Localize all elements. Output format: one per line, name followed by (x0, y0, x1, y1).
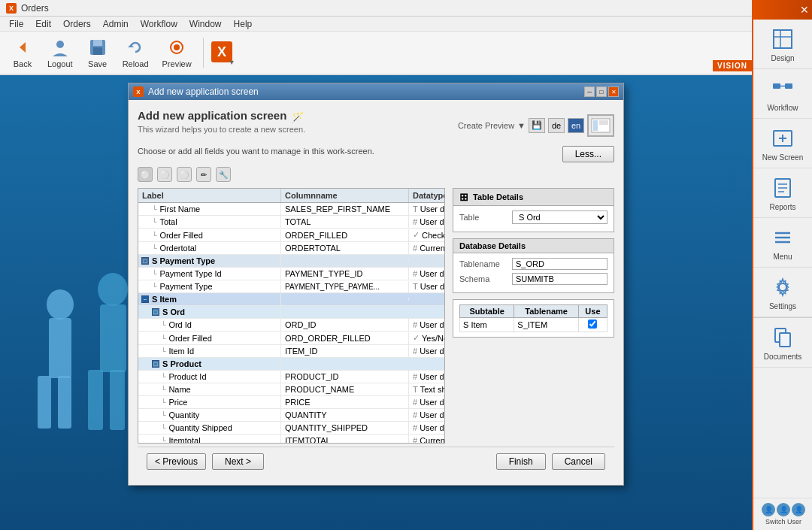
subsection-row-product: □ S Product (138, 358, 444, 371)
table-row: └Order Filled ORD_ORDER_FILLED ✓ Yes/No (138, 332, 444, 345)
dialog-maximize[interactable]: □ (596, 86, 607, 97)
dropdown-arrow-preview[interactable]: ▼ (517, 121, 526, 130)
sidebar-item-documents[interactable]: Documents (753, 318, 812, 368)
menu-help[interactable]: Help (228, 17, 259, 32)
row-col: SALES_REP_FIRST_NAME (281, 203, 409, 215)
sidebar-label-documents: Documents (764, 353, 802, 361)
row-dtype: # User defined (409, 422, 445, 434)
sidebar-item-settings[interactable]: Settings (753, 268, 812, 317)
sidebar-label-settings: Settings (769, 302, 796, 310)
less-button[interactable]: Less... (562, 146, 614, 162)
schema-row: Schema (459, 273, 607, 285)
row-col: ORD_ID (281, 319, 409, 331)
save-button[interactable]: Save (81, 33, 114, 72)
dropdown-arrow[interactable]: ▼ (229, 59, 235, 66)
row-indent-icon: └ (152, 205, 156, 213)
db-details-content: Tablename Schema (453, 253, 614, 292)
section-toggle[interactable]: □ (141, 257, 149, 265)
svg-rect-3 (93, 40, 102, 46)
subsection-label-ord[interactable]: □ S Ord (138, 306, 281, 318)
fields-table[interactable]: Label Columnname Datatype Name Mandat...… (138, 188, 445, 444)
subtable-grid: Subtable Tablename Use S Item S_ITEM (459, 304, 607, 332)
step2-btn[interactable]: ⚪ (157, 167, 172, 182)
switch-user-area[interactable]: 👤 👤 👤 Switch User (753, 498, 812, 530)
dialog-overlay: X Add new application screen ─ □ ✕ Add n… (0, 75, 752, 530)
menu-orders[interactable]: Orders (57, 17, 97, 32)
workflow-icon (769, 75, 796, 102)
dialog-footer: < Previous Next > Finish Cancel (138, 447, 614, 476)
previous-button[interactable]: < Previous (147, 453, 206, 470)
menu-window[interactable]: Window (183, 17, 228, 32)
tablename-input[interactable] (512, 258, 607, 270)
row-label: └Ord Id (138, 319, 281, 331)
table-select[interactable]: S Ord (512, 210, 607, 224)
subsection-toggle-product[interactable]: □ (152, 360, 159, 368)
reload-button[interactable]: Reload (117, 33, 154, 72)
subtable-cell-use[interactable] (578, 318, 607, 332)
user-switch[interactable]: 👤 👤 👤 Switch User (753, 498, 812, 530)
finish-button[interactable]: Finish (496, 453, 546, 470)
preview-thumbnail-btn[interactable] (587, 114, 614, 137)
back-button[interactable]: Back (6, 33, 39, 72)
table-row: └Order Filled ORDER_FILLED ✓ Checkbox Ed… (138, 229, 444, 242)
table-row: └Ordertotal ORDERTOTAL # Currency (138, 242, 444, 255)
cancel-button[interactable]: Cancel (552, 453, 605, 470)
sidebar-item-workflow[interactable]: Workflow (753, 69, 812, 119)
row-indent-icon: └ (161, 398, 165, 406)
sidebar-item-menu[interactable]: Menu (753, 218, 812, 268)
table-body: └First Name SALES_REP_FIRST_NAME T User … (138, 203, 444, 444)
svg-rect-4 (93, 47, 102, 55)
tool-btn[interactable]: 🔧 (216, 167, 231, 182)
row-dtype: ✓ Checkbox Editor (409, 229, 445, 241)
row-label: └Order Filled (138, 332, 281, 344)
save-icon (87, 37, 108, 58)
sidebar-item-new-screen[interactable]: New Screen (753, 119, 812, 168)
col-datatype: Datatype Name (409, 189, 445, 202)
table-row: └Price PRICE # User defined (138, 396, 444, 409)
row-indent-icon: └ (152, 244, 156, 252)
save-preview-btn[interactable]: 💾 (529, 118, 545, 133)
sidebar-item-reports[interactable]: Reports (753, 168, 812, 218)
svg-rect-31 (593, 120, 598, 131)
row-dtype: T Text short (409, 383, 445, 395)
row-label: └First Name (138, 203, 281, 215)
subsection-label-product[interactable]: □ S Product (138, 358, 281, 370)
row-label: └Payment Type Id (138, 268, 281, 280)
preview-button[interactable]: Preview (157, 33, 197, 72)
edit-btn[interactable]: ✏ (196, 167, 211, 182)
step1-btn[interactable]: ⚪ (138, 167, 153, 182)
subtable-use-checkbox[interactable] (588, 320, 597, 329)
col-columnname: Columnname (281, 189, 409, 202)
table-details-title: ⊞ Table Details (453, 189, 614, 206)
section-label[interactable]: □ S Payment Type (138, 255, 281, 267)
row-dtype (409, 310, 445, 313)
next-button[interactable]: Next > (212, 453, 264, 470)
flag-en-btn[interactable]: en (568, 118, 584, 133)
row-col (281, 310, 409, 313)
subtable-content: Subtable Tablename Use S Item S_ITEM (453, 300, 614, 337)
row-indent-icon: └ (152, 270, 156, 277)
section-label-item[interactable]: − S Item (138, 293, 281, 305)
sidebar-close-icon[interactable]: ✕ (800, 4, 809, 16)
step3-btn[interactable]: ⚪ (177, 167, 192, 182)
section-toggle-item[interactable]: − (141, 295, 149, 303)
tablename-label: Tablename (459, 259, 512, 268)
row-dtype: # User defined (409, 371, 445, 383)
subsection-toggle[interactable]: □ (152, 308, 159, 316)
sidebar-item-design[interactable]: Design (753, 20, 812, 69)
menu-admin[interactable]: Admin (97, 17, 135, 32)
menu-file[interactable]: File (3, 17, 29, 32)
menu-edit[interactable]: Edit (29, 17, 57, 32)
menu-workflow[interactable]: Workflow (135, 17, 183, 32)
dialog-close[interactable]: ✕ (608, 86, 619, 97)
schema-input[interactable] (512, 273, 607, 285)
dialog: X Add new application screen ─ □ ✕ Add n… (128, 83, 624, 486)
dialog-minimize[interactable]: ─ (584, 86, 595, 97)
row-label: └Itemtotal (138, 435, 281, 444)
table-row: └Total TOTAL # User defined (138, 216, 444, 229)
menu-bar: File Edit Orders Admin Workflow Window H… (0, 17, 812, 32)
flag-de-btn[interactable]: de (548, 118, 565, 133)
toolbar-separator (203, 38, 204, 68)
logout-button[interactable]: Logout (42, 33, 78, 72)
row-dtype: T User defined (409, 203, 445, 215)
